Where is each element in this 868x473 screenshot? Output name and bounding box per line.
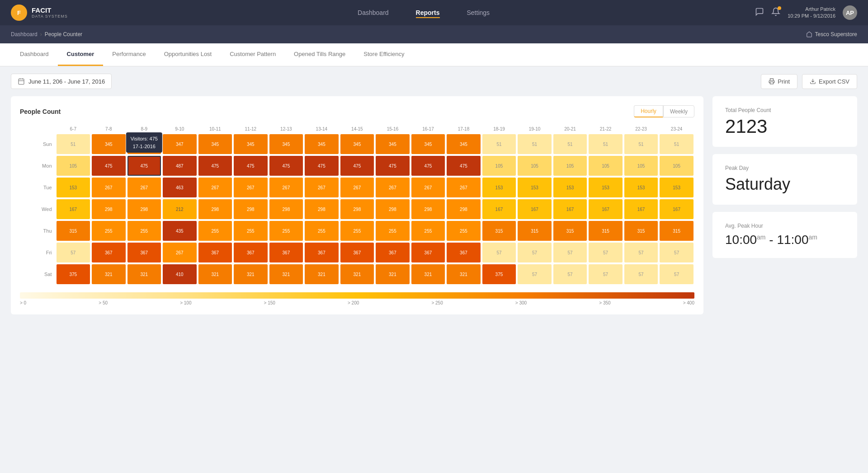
table-cell[interactable]: 345 [233,133,269,155]
table-cell[interactable]: 298 [446,198,481,220]
table-cell[interactable]: 315 [659,220,694,242]
table-cell[interactable]: 367 [340,242,375,263]
table-cell[interactable]: 51 [588,133,623,155]
table-cell[interactable]: 167 [56,198,91,220]
export-csv-button[interactable]: Export CSV [802,74,857,89]
table-cell[interactable]: 345 [198,133,233,155]
table-cell[interactable]: 57 [517,263,552,285]
table-cell[interactable]: 153 [588,177,623,198]
table-cell[interactable]: 321 [91,263,127,285]
table-cell[interactable]: 345 [446,133,481,155]
table-cell[interactable]: 475 [375,155,410,177]
table-cell[interactable]: 367 [446,242,481,263]
table-cell[interactable]: 267 [269,177,304,198]
toggle-hourly[interactable]: Hourly [634,105,663,117]
table-cell[interactable]: 57 [659,263,694,285]
table-cell[interactable]: 51 [623,133,659,155]
table-cell[interactable]: 315 [481,220,517,242]
table-cell[interactable]: 51 [56,133,91,155]
table-cell[interactable]: 321 [375,263,410,285]
table-cell[interactable]: 51 [481,133,517,155]
table-cell[interactable]: 298 [269,198,304,220]
table-cell[interactable]: 298 [91,198,127,220]
table-cell[interactable]: 267 [162,242,198,263]
table-cell[interactable]: 367 [304,242,340,263]
table-cell[interactable]: 105 [481,155,517,177]
table-cell[interactable]: 167 [623,198,659,220]
table-cell[interactable]: 298 [127,198,162,220]
table-cell[interactable]: 345 [410,133,446,155]
table-cell[interactable]: 321 [340,263,375,285]
table-cell[interactable]: 153 [56,177,91,198]
table-cell[interactable]: 298 [375,198,410,220]
table-cell[interactable]: 321 [446,263,481,285]
table-cell[interactable]: 57 [659,242,694,263]
table-cell[interactable]: 315 [552,220,588,242]
table-cell[interactable]: 57 [623,242,659,263]
table-cell[interactable]: 57 [552,263,588,285]
table-cell[interactable]: 105 [552,155,588,177]
table-cell[interactable]: 212 [162,198,198,220]
table-cell[interactable]: 345 [91,133,127,155]
table-cell[interactable]: 57 [481,242,517,263]
table-cell[interactable]: 367 [198,242,233,263]
table-cell[interactable]: 255 [304,220,340,242]
table-cell[interactable]: 367 [233,242,269,263]
breadcrumb-root[interactable]: Dashboard [11,31,38,37]
table-cell[interactable]: 57 [552,242,588,263]
table-cell[interactable]: 367 [127,242,162,263]
table-cell[interactable]: 475 [410,155,446,177]
table-cell[interactable]: 167 [517,198,552,220]
table-cell[interactable]: 51 [552,133,588,155]
table-cell[interactable]: 153 [623,177,659,198]
table-cell[interactable]: 57 [56,242,91,263]
table-cell[interactable]: 367 [91,242,127,263]
table-cell[interactable]: 475 [340,155,375,177]
table-cell[interactable]: 375 [481,263,517,285]
table-cell[interactable]: 267 [127,177,162,198]
nav-dashboard[interactable]: Dashboard [358,7,389,18]
table-cell[interactable]: 51 [659,133,694,155]
table-cell[interactable]: 267 [304,177,340,198]
tab-performance[interactable]: Performance [103,43,155,66]
table-cell[interactable]: 475 [446,155,481,177]
table-cell[interactable]: 298 [304,198,340,220]
table-cell[interactable]: 321 [410,263,446,285]
table-cell[interactable]: 255 [340,220,375,242]
table-cell[interactable]: 153 [659,177,694,198]
tab-dashboard[interactable]: Dashboard [11,43,58,66]
table-cell[interactable]: 57 [588,263,623,285]
table-cell[interactable]: 345 [340,133,375,155]
table-cell[interactable]: 51 [517,133,552,155]
table-cell[interactable]: 105 [56,155,91,177]
table-cell[interactable]: 298 [233,198,269,220]
table-cell[interactable]: 105 [659,155,694,177]
table-cell[interactable]: 345 [269,133,304,155]
table-cell[interactable]: 255 [198,220,233,242]
table-cell[interactable]: 57 [588,242,623,263]
table-cell[interactable]: 167 [588,198,623,220]
print-button[interactable]: Print [761,74,797,89]
table-cell[interactable]: 298 [410,198,446,220]
table-cell[interactable]: 345 [375,133,410,155]
table-cell[interactable]: 321 [198,263,233,285]
table-cell[interactable]: 475 [269,155,304,177]
table-cell[interactable]: 167 [481,198,517,220]
table-cell[interactable]: 255 [375,220,410,242]
tab-opened-tills-range[interactable]: Opened Tills Range [285,43,354,66]
tab-customer-pattern[interactable]: Customer Pattern [221,43,285,66]
table-cell[interactable]: 105 [588,155,623,177]
table-cell[interactable]: 321 [127,263,162,285]
table-cell[interactable]: 57 [517,242,552,263]
table-cell[interactable]: 255 [410,220,446,242]
table-cell[interactable]: 153 [481,177,517,198]
nav-settings[interactable]: Settings [467,7,490,18]
notifications-icon[interactable] [771,7,780,19]
table-cell[interactable]: 267 [410,177,446,198]
table-cell[interactable]: 347 [162,133,198,155]
table-cell[interactable]: 267 [340,177,375,198]
table-cell[interactable]: 255 [446,220,481,242]
table-cell[interactable]: 298 [198,198,233,220]
tab-customer[interactable]: Customer [58,43,104,66]
table-cell[interactable]: 298 [340,198,375,220]
